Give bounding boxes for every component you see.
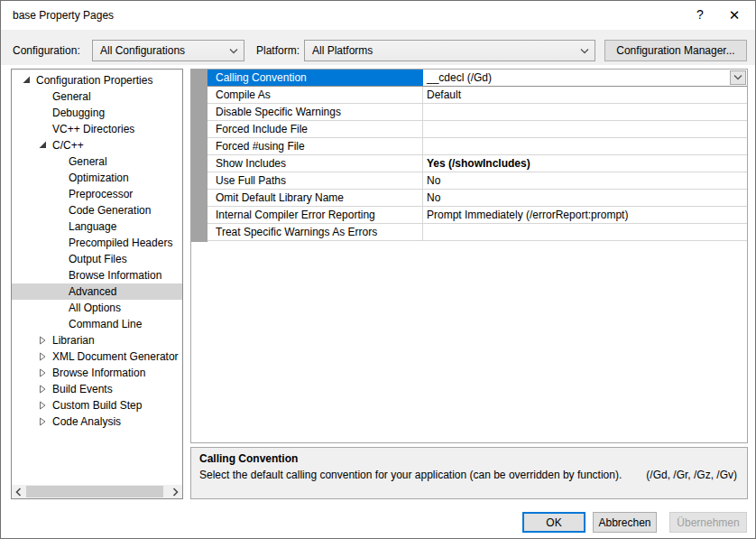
tree-item-librarian[interactable]: Librarian [12,332,182,348]
tree-item-custom-build-step[interactable]: Custom Build Step [12,397,182,414]
scrollbar-thumb[interactable] [26,486,163,497]
tree-item-label: All Options [69,302,121,314]
property-name[interactable]: Omit Default Library Name [207,190,423,206]
scroll-left-icon[interactable] [12,485,25,498]
tree-expander-collapsed-icon[interactable] [39,385,48,394]
tree-item-language[interactable]: Language [12,218,182,235]
platform-label: Platform: [256,44,300,57]
property-row-compile-as[interactable]: Compile AsDefault [207,87,747,104]
tree-item-vc-directories[interactable]: VC++ Directories [12,121,182,137]
tree-item-label: XML Document Generator [52,350,179,363]
category-tree: Configuration PropertiesGeneralDebugging… [11,69,183,499]
tree-item-command-line[interactable]: Command Line [12,316,182,332]
property-value[interactable]: Yes (/showIncludes) [423,155,747,172]
tree-item-label: Code Analysis [52,415,121,428]
property-value[interactable]: __cdecl (/Gd) [423,70,747,86]
cancel-button[interactable]: Abbrechen [593,512,657,533]
tree-item-label: Language [69,220,116,233]
tree-item-xml-document-generator[interactable]: XML Document Generator [12,348,182,365]
tree-item-label: Preprocessor [69,188,133,200]
tree-expander-expanded-icon[interactable] [39,141,48,150]
property-name[interactable]: Forced Include File [207,121,423,137]
property-name[interactable]: Calling Convention [207,70,423,86]
tree-item-optimization[interactable]: Optimization [12,170,182,186]
property-name[interactable]: Use Full Paths [207,172,423,189]
tree-item-code-generation[interactable]: Code Generation [12,202,182,218]
property-value-text: Yes (/showIncludes) [427,157,530,170]
property-grid: Calling Convention__cdecl (/Gd)Compile A… [190,69,748,443]
tree-expander-collapsed-icon[interactable] [39,336,48,345]
tree-horizontal-scrollbar[interactable] [12,485,182,498]
ok-button[interactable]: OK [522,512,585,533]
property-value-text: No [427,174,440,187]
configuration-manager-button[interactable]: Configuration Manager... [604,40,747,61]
tree-item-label: General [69,155,107,168]
tree-item-output-files[interactable]: Output Files [12,251,182,267]
property-name[interactable]: Internal Compiler Error Reporting [207,207,423,223]
property-name[interactable]: Show Includes [207,155,423,172]
tree-item-label: Browse Information [52,367,145,379]
property-value[interactable]: Default [423,87,747,103]
help-description: Select the default calling convention fo… [199,469,622,481]
tree-item-advanced[interactable]: Advanced [12,283,182,300]
tree-item-label: C/C++ [52,139,84,152]
property-value[interactable]: No [423,190,747,206]
property-row-forced-using-file[interactable]: Forced #using File [207,138,747,155]
tree-item-preprocessor[interactable]: Preprocessor [12,186,182,202]
scroll-right-icon[interactable] [169,485,182,498]
tree-item-all-options[interactable]: All Options [12,300,182,316]
property-row-calling-convention[interactable]: Calling Convention__cdecl (/Gd) [207,70,747,87]
property-name[interactable]: Disable Specific Warnings [207,104,423,120]
property-row-use-full-paths[interactable]: Use Full PathsNo [207,172,747,190]
property-value-text: No [427,191,440,204]
property-value[interactable]: Prompt Immediately (/errorReport:prompt) [423,207,747,223]
property-value[interactable] [423,138,747,154]
property-row-forced-include-file[interactable]: Forced Include File [207,121,747,138]
property-name[interactable]: Treat Specific Warnings As Errors [207,224,423,240]
tree-item-label: Output Files [69,253,127,265]
tree-expander-expanded-icon[interactable] [23,76,32,85]
tree-item-browse-information[interactable]: Browse Information [12,267,182,283]
tree-item-label: Advanced [69,285,116,298]
tree-item-debugging[interactable]: Debugging [12,105,182,121]
property-value[interactable] [423,224,747,240]
property-name[interactable]: Compile As [207,87,423,103]
property-row-show-includes[interactable]: Show IncludesYes (/showIncludes) [207,155,747,172]
tree-expander-collapsed-icon[interactable] [39,368,48,377]
tree-item-general[interactable]: General [12,88,182,105]
value-dropdown-button[interactable] [730,70,746,85]
help-icon[interactable]: ? [685,1,715,29]
property-value[interactable]: No [423,172,747,189]
tree-item-build-events[interactable]: Build Events [12,381,182,397]
tree-expander-collapsed-icon[interactable] [39,401,48,410]
platform-select[interactable]: All Platforms [304,40,595,61]
tree-item-label: Precompiled Headers [69,237,172,249]
configuration-label: Configuration: [13,44,80,57]
tree-item-label: Browse Information [69,269,161,282]
tree-item-c-c[interactable]: C/C++ [12,137,182,153]
close-icon[interactable]: ✕ [719,1,750,29]
property-value[interactable] [423,121,747,137]
tree-item-precompiled-headers[interactable]: Precompiled Headers [12,235,182,251]
chevron-down-icon [229,49,238,54]
tree-item-code-analysis[interactable]: Code Analysis [12,414,182,430]
help-title: Calling Convention [199,452,739,465]
window-title: base Property Pages [13,9,114,22]
property-value-text: Default [427,88,461,101]
configuration-select[interactable]: All Configurations [92,40,244,61]
tree-item-general[interactable]: General [12,153,182,170]
property-row-disable-specific-warnings[interactable]: Disable Specific Warnings [207,104,747,121]
tree-expander-collapsed-icon[interactable] [39,352,48,361]
tree-item-configuration-properties[interactable]: Configuration Properties [12,72,182,88]
property-name[interactable]: Forced #using File [207,138,423,154]
apply-button: Übernehmen [669,512,747,533]
tree-item-browse-information[interactable]: Browse Information [12,365,182,381]
tree-item-label: Command Line [69,318,142,330]
property-value[interactable] [423,104,747,120]
property-row-treat-specific-warnings-as-errors[interactable]: Treat Specific Warnings As Errors [207,224,747,241]
property-row-omit-default-library-name[interactable]: Omit Default Library NameNo [207,190,747,207]
property-row-internal-compiler-error-reporting[interactable]: Internal Compiler Error ReportingPrompt … [207,207,747,224]
tree-expander-collapsed-icon[interactable] [39,417,48,426]
tree-item-label: General [52,90,91,103]
tree-item-label: Custom Build Step [52,399,142,412]
